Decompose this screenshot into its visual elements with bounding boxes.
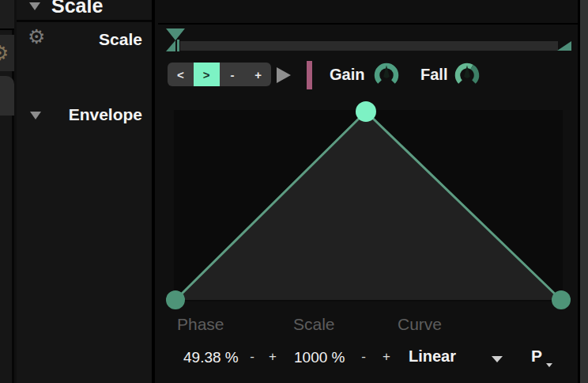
envelope-point-handle[interactable] <box>552 290 571 309</box>
slider-end-marker[interactable] <box>555 40 572 51</box>
scale-label: Scale <box>293 315 335 334</box>
left-dock-top-block <box>0 0 14 30</box>
gear-icon: ⚙ <box>0 41 9 66</box>
envelope-shape <box>175 112 561 300</box>
plus-button[interactable]: + <box>245 63 271 86</box>
nav-prev-button[interactable]: < <box>168 63 194 86</box>
left-dock-tab-settings[interactable]: ⚙ <box>0 35 14 71</box>
play-icon[interactable] <box>277 67 291 83</box>
sidebar-header-label: Scale <box>51 0 103 17</box>
minus-button[interactable]: - <box>220 63 246 86</box>
fall-knob[interactable] <box>454 62 481 89</box>
phase-value-field[interactable]: 49.38 % <box>183 349 239 366</box>
left-dock-tab[interactable] <box>0 76 14 116</box>
fall-label: Fall <box>420 66 447 84</box>
phase-decrement-button[interactable]: - <box>245 347 259 366</box>
zoom-scrollbar-track[interactable] <box>180 41 558 51</box>
sidebar: Scale ⚙ Scale Envelope <box>17 0 155 383</box>
chevron-down-icon[interactable] <box>492 356 503 362</box>
slider-start-marker[interactable] <box>164 27 187 52</box>
scale-increment-button[interactable]: + <box>379 347 394 366</box>
nav-button-group: < > - + <box>168 63 271 86</box>
envelope-canvas[interactable] <box>174 110 563 301</box>
panel-divider <box>158 23 578 25</box>
left-dock-strip: ⚙ <box>0 0 14 383</box>
gain-label: Gain <box>330 66 364 84</box>
envelope-point-handle[interactable] <box>166 290 185 309</box>
phase-increment-button[interactable]: + <box>266 347 280 366</box>
scale-value-field[interactable]: 1000 % <box>294 349 345 366</box>
sidebar-scale-label: Scale <box>17 30 142 49</box>
curve-label: Curve <box>398 315 442 334</box>
nav-next-button[interactable]: > <box>194 63 220 86</box>
preset-button[interactable]: P <box>531 347 542 366</box>
scale-decrement-button[interactable]: - <box>356 347 371 366</box>
curve-select[interactable]: Linear <box>409 347 456 366</box>
sidebar-header-scale[interactable]: Scale <box>17 0 152 22</box>
phase-label: Phase <box>177 315 224 334</box>
chevron-down-icon[interactable] <box>29 2 40 10</box>
envelope-point-handle-selected[interactable] <box>356 101 376 122</box>
sidebar-envelope-label: Envelope <box>17 105 142 124</box>
plugin-window: ⚙ Scale ⚙ Scale Envelope < > - + Gain <box>0 0 588 383</box>
preset-caret-icon <box>546 363 552 367</box>
level-meter <box>307 61 312 89</box>
right-scrollbar-track[interactable] <box>578 0 588 383</box>
gain-knob[interactable] <box>373 62 400 89</box>
